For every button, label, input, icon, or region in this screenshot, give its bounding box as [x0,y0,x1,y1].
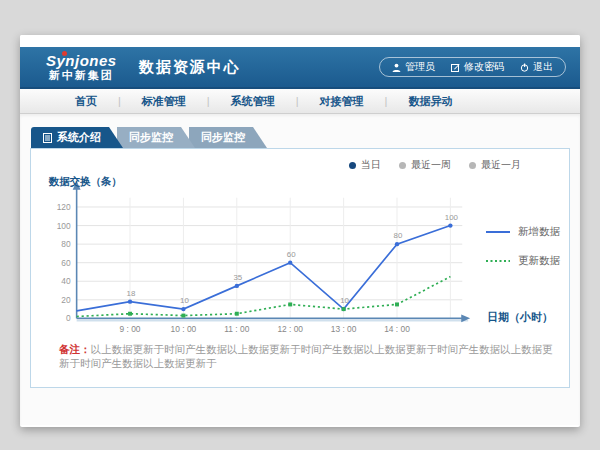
footer-note: 备注：以上数据更新于时间产生数据以上数据更新于时间产生数据以上数据更新于时间产生… [59,343,559,371]
tab-label: 同步监控 [201,131,245,143]
radio-dot [349,162,356,169]
svg-text:20: 20 [61,295,71,305]
logo-name: Synjones [46,53,117,70]
power-icon [520,63,529,72]
filter-label: 当日 [361,158,381,172]
svg-text:10: 10 [340,296,349,305]
legend-label: 更新数据 [518,254,560,268]
page-title: 数据资源中心 [139,58,241,77]
svg-text:0: 0 [66,313,71,323]
legend-line-sample [485,228,511,236]
svg-text:9 : 00: 9 : 00 [120,324,141,334]
filter-label: 最近一周 [411,158,451,172]
svg-text:数据交换（条）: 数据交换（条） [48,175,122,188]
content-area: 系统介绍同步监控同步监控 当日最近一周最近一月 0204060801001209… [20,114,580,425]
svg-text:60: 60 [287,250,296,259]
note-text: 以上数据更新于时间产生数据以上数据更新于时间产生数据以上数据更新于时间产生数据以… [59,343,553,369]
svg-text:10: 10 [180,296,189,305]
svg-text:18: 18 [127,289,136,298]
main-nav: 首页|标准管理|系统管理|对接管理|数据异动 [20,89,580,114]
tab-label: 同步监控 [129,131,173,143]
note-label: 备注： [59,343,91,355]
svg-text:13 : 00: 13 : 00 [331,324,357,334]
legend-line-sample [485,257,511,265]
svg-text:100: 100 [57,221,71,231]
filter-option-0[interactable]: 当日 [349,158,381,172]
time-range-filters: 当日最近一周最近一月 [349,158,521,172]
logo-accent-dot [62,51,67,56]
tab-label: 系统介绍 [57,127,101,148]
header: Synjones 新中新集团 数据资源中心 管理员修改密码退出 [20,47,580,89]
svg-text:35: 35 [233,273,242,282]
user-menu-label: 修改密码 [464,60,504,74]
legend-item-1[interactable]: 更新数据 [485,254,569,268]
user-menu-item-2[interactable]: 退出 [520,60,553,74]
user-menu-label: 退出 [533,60,553,74]
filter-option-1[interactable]: 最近一周 [399,158,451,172]
svg-text:12 : 00: 12 : 00 [277,324,303,334]
line-chart: 0204060801001209 : 0010 : 0011 : 0012 : … [45,173,485,351]
svg-text:14 : 00: 14 : 00 [384,324,410,334]
tab-1[interactable]: 同步监控 [117,127,195,148]
user-menu-label: 管理员 [405,60,435,74]
nav-item-3[interactable]: 对接管理 [299,94,385,109]
user-menu-item-1[interactable]: 修改密码 [451,60,504,74]
user-menu-item-0[interactable]: 管理员 [392,60,435,74]
filter-label: 最近一月 [481,158,521,172]
svg-text:100: 100 [445,213,459,222]
legend-item-0[interactable]: 新增数据 [485,225,569,239]
nav-item-2[interactable]: 系统管理 [210,94,296,109]
radio-dot [399,162,406,169]
user-menu: 管理员修改密码退出 [379,57,566,77]
tab-bar: 系统介绍同步监控同步监控 [31,127,580,148]
user-icon [392,63,401,72]
chart-panel: 当日最近一周最近一月 0204060801001209 : 0010 : 001… [30,148,570,388]
nav-item-4[interactable]: 数据异动 [387,94,473,109]
app-window: Synjones 新中新集团 数据资源中心 管理员修改密码退出 首页|标准管理|… [20,35,580,427]
svg-text:60: 60 [61,258,71,268]
edit-icon [451,63,460,72]
svg-text:120: 120 [57,202,71,212]
tab-2[interactable]: 同步监控 [189,127,267,148]
nav-item-0[interactable]: 首页 [54,94,118,109]
top-strip [20,35,580,47]
svg-text:80: 80 [61,239,71,249]
x-axis-title: 日期（小时） [487,310,553,325]
logo-subtitle: 新中新集团 [46,69,117,81]
svg-text:10 : 00: 10 : 00 [171,324,197,334]
svg-text:40: 40 [61,276,71,286]
tab-0[interactable]: 系统介绍 [31,127,123,148]
nav-item-1[interactable]: 标准管理 [121,94,207,109]
svg-text:11 : 00: 11 : 00 [224,324,249,334]
legend-label: 新增数据 [518,225,560,239]
svg-text:80: 80 [394,231,403,240]
filter-option-2[interactable]: 最近一月 [469,158,521,172]
document-icon [43,133,52,143]
logo: Synjones 新中新集团 [46,53,117,82]
radio-dot [469,162,476,169]
